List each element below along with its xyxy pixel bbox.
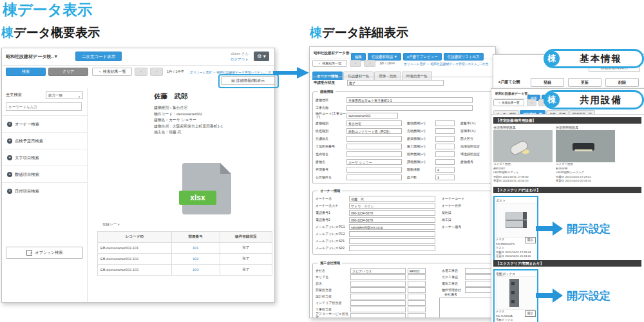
record-line: 施主名：佐藤 武	[154, 129, 223, 136]
status-cell: 完了	[220, 254, 272, 265]
sidebar-search-item[interactable]: 日付項目検索	[2, 182, 87, 199]
field-input[interactable]	[435, 151, 455, 157]
room-no-link[interactable]: 103	[193, 268, 198, 272]
field-input[interactable]: 3	[435, 175, 455, 180]
field-label: 竣工日	[435, 218, 487, 222]
logout-link[interactable]: ログアウト	[231, 57, 249, 61]
field-input[interactable]	[435, 120, 455, 126]
field-input[interactable]	[435, 128, 455, 134]
app-title[interactable]: 昭和社設建材データ管..▼	[314, 51, 352, 55]
prev-page-button[interactable]: ＜	[527, 99, 536, 106]
field-input[interactable]: 090-2234-5678	[349, 217, 435, 223]
field-input[interactable]	[349, 238, 435, 244]
field-code-input[interactable]	[408, 281, 426, 287]
field-code-input[interactable]	[408, 307, 426, 312]
clear-button[interactable]: クリア	[48, 68, 88, 76]
product-photo-spotlight	[493, 130, 553, 162]
table-row: EB-demoowner002-102 102 完了	[98, 254, 272, 265]
product-card[interactable]: 住宅用照明器具 コイズミ照明 AU50498 LED防雨型シーリング 登録日 2…	[556, 126, 615, 184]
field-input[interactable]: 4	[435, 167, 455, 173]
field-input[interactable]	[350, 300, 406, 306]
qr-code-button[interactable]: 二次元コード表示	[75, 52, 122, 61]
results-list-button[interactable]: ＜ 検索結果一覧	[92, 68, 132, 76]
results-list-button[interactable]: ＜ 検索結果一覧	[312, 60, 347, 67]
product-card[interactable]: 住宅用照明器具 コイズミ照明 AB52062 LED防雨型スポット 登録日 20…	[493, 126, 553, 184]
field-input[interactable]: スピアハウス	[350, 268, 406, 274]
field-label: 建物種別	[313, 122, 346, 125]
match-type-select[interactable]: 前方一致	[46, 91, 83, 99]
field-input[interactable]	[435, 159, 455, 165]
field-input[interactable]	[350, 313, 406, 318]
next-page-button[interactable]: ＞	[364, 60, 375, 67]
badge-label: 共用設備	[560, 94, 642, 106]
field-label: 防火区分	[455, 137, 495, 140]
prev-page-button[interactable]: ＜	[135, 68, 147, 76]
publish-action-button[interactable]: 登録	[531, 78, 564, 87]
app-title[interactable]: 昭和社設建材データ検..▼	[6, 53, 58, 60]
sidebar-search-item[interactable]: 点検予定日検索	[2, 132, 87, 149]
field-input[interactable]	[346, 144, 402, 149]
room-no-cell: 101	[171, 243, 220, 254]
field-input[interactable]: 鉄筋コンクリート造（RC造）	[346, 128, 402, 134]
prev-page-button[interactable]: ＜	[350, 60, 361, 67]
room-no-link[interactable]: 102	[193, 257, 198, 261]
field-input[interactable]	[346, 136, 402, 142]
product-card-highlighted[interactable]: ポスト ナスタ KS-MB4002PU ポスト 登録日 2021/10/11 1…	[493, 196, 538, 261]
field-input[interactable]: demoowner002	[346, 113, 398, 118]
field-input[interactable]: カーサ シュラー	[346, 159, 402, 165]
option-search-button[interactable]: オプション検索	[6, 247, 83, 259]
sidebar-search-item[interactable]: 文字項目検索	[2, 149, 87, 166]
field-code-input[interactable]: RP003	[408, 268, 426, 274]
disclose-button[interactable]: 開示	[525, 310, 536, 317]
field-input[interactable]	[349, 245, 435, 251]
field-input[interactable]	[346, 105, 473, 111]
field-input[interactable]	[350, 281, 406, 287]
status-field-input[interactable]: 完了	[347, 80, 444, 86]
field-input[interactable]	[350, 274, 406, 280]
company-notes-textarea[interactable]	[439, 298, 493, 317]
record-lines: 建物種別：集合住宅物件コード：demoowner002建物名：カーサ シュラー建…	[154, 105, 223, 136]
publish-action-button[interactable]: 削除	[605, 78, 639, 87]
field-input[interactable]: 佐藤 武	[349, 196, 435, 202]
field-input[interactable]: 兵庫県西宮市エク東玉番町1-1	[346, 97, 473, 103]
results-list-button[interactable]: ＜ 検索結果一覧	[493, 99, 524, 106]
field-input[interactable]: サトウ タケシ	[349, 203, 435, 209]
search-button[interactable]: 検索	[6, 68, 46, 76]
field-input[interactable]	[346, 175, 402, 180]
publish-action-button[interactable]: 更新	[568, 78, 601, 87]
field-input[interactable]	[350, 307, 406, 312]
field-code-input[interactable]	[408, 300, 426, 306]
xlsx-file-icon[interactable]: xlsx	[182, 163, 231, 214]
field-input[interactable]	[349, 231, 435, 237]
keyword-input[interactable]	[6, 102, 82, 111]
field-input[interactable]: 090-1234-5678	[349, 210, 435, 216]
field-input[interactable]	[350, 287, 406, 293]
field-input[interactable]: 集合住宅	[346, 120, 402, 126]
field-label: 建蔽率(％)	[455, 122, 495, 125]
room-no-link[interactable]: 101	[193, 246, 198, 250]
sidebar-search-item[interactable]: オーナー検索	[2, 115, 87, 132]
mailbox-icon	[506, 220, 524, 228]
field-input[interactable]: satotakeshi@xxx.co.jp	[349, 224, 435, 230]
field-code-input[interactable]	[408, 294, 426, 299]
disclose-button[interactable]: 開示	[525, 237, 536, 243]
form-row: 工事名称	[313, 104, 492, 111]
page-fold-icon	[220, 163, 231, 174]
gear-icon[interactable]: ⚙ ▾	[254, 52, 269, 61]
field-code-input[interactable]	[408, 274, 426, 280]
field-input[interactable]	[435, 136, 455, 142]
field-input[interactable]	[435, 144, 455, 149]
badge-building-circle: 棟	[544, 92, 560, 108]
breadcrumb[interactable]: ボリューム選択 ＞ 昭和社設建材データ管理システム_二次元	[404, 62, 493, 66]
product-card-highlighted[interactable]: 宅配ボックス ナスタ KS-TLK450A 宅配ボックス 登録日 2021/10…	[493, 269, 538, 322]
form-row: メールアドレスSP2	[313, 245, 492, 252]
field-code-input[interactable]	[408, 313, 426, 318]
product-caption: 住宅用照明器具	[493, 126, 553, 130]
sidebar-search-item[interactable]: 数値項目検索	[2, 166, 87, 182]
next-page-button[interactable]: ＞	[150, 68, 163, 76]
field-code-input[interactable]	[408, 287, 426, 293]
field-input[interactable]	[346, 151, 402, 157]
field-input[interactable]	[346, 167, 402, 173]
app-title[interactable]: 昭和社設建材データ管..▼	[495, 91, 529, 95]
field-input[interactable]	[350, 294, 406, 299]
